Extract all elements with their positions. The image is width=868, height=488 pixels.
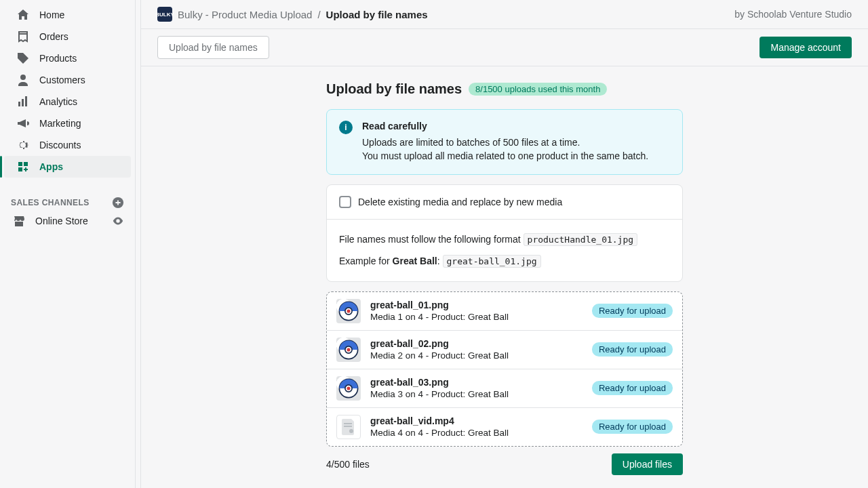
breadcrumb-page: Upload by file names [326, 9, 428, 20]
file-drop-zone[interactable]: great-ball_01.png Media 1 on 4 - Product… [326, 291, 683, 447]
title-row: Upload by file names 8/1500 uploads used… [326, 81, 683, 97]
nav-discounts[interactable]: Discounts [4, 134, 131, 156]
file-row: great-ball_02.png Media 2 on 4 - Product… [327, 330, 682, 369]
nav-home[interactable]: Home [4, 4, 131, 26]
nav-label: Orders [39, 31, 68, 42]
breadcrumb-app[interactable]: Bulky - Product Media Upload [178, 9, 312, 20]
nav-products[interactable]: Products [4, 47, 131, 69]
content: Upload by file names 8/1500 uploads used… [141, 66, 868, 488]
usage-badge: 8/1500 uploads used this month [469, 83, 607, 96]
section-title: SALES CHANNELS [11, 198, 90, 207]
sidebar-gutter [136, 0, 141, 488]
eye-icon[interactable] [112, 215, 124, 227]
nav-label: Discounts [39, 140, 81, 150]
file-name: great-ball_03.png [370, 377, 583, 388]
info-heading: Read carefully [362, 121, 648, 131]
context-button[interactable]: Upload by file names [157, 36, 269, 59]
file-meta: Media 3 on 4 - Product: Great Ball [370, 389, 583, 399]
footer-row: 4/500 files Upload files [326, 453, 683, 475]
store-icon [12, 214, 26, 228]
nav-analytics[interactable]: Analytics [4, 91, 131, 113]
status-badge: Ready for upload [592, 342, 673, 357]
file-name: great-ball_01.png [370, 300, 583, 310]
svg-point-12 [349, 429, 353, 433]
byline: by Schoolab Venture Studio [734, 9, 852, 20]
tag-icon [16, 52, 30, 65]
person-icon [16, 73, 30, 87]
nav-apps[interactable]: Apps [4, 156, 131, 178]
manage-account-button[interactable]: Manage account [760, 37, 852, 58]
home-icon [16, 8, 30, 22]
file-meta: Media 4 on 4 - Product: Great Ball [370, 428, 583, 438]
svg-point-3 [347, 309, 350, 312]
channel-label: Online Store [35, 216, 88, 226]
add-channel-icon[interactable] [112, 197, 124, 209]
info-line1: Uploads are limited to batches of 500 fi… [362, 136, 648, 149]
file-name: great-ball_vid.mp4 [370, 415, 583, 426]
options-card: Delete existing media and replace by new… [326, 184, 683, 282]
status-badge: Ready for upload [592, 420, 673, 434]
apps-icon [16, 160, 30, 174]
file-row: great-ball_01.png Media 1 on 4 - Product… [327, 292, 682, 330]
svg-point-9 [347, 386, 350, 390]
page-title: Upload by file names [326, 81, 462, 97]
info-callout: i Read carefully Uploads are limited to … [326, 109, 683, 175]
orders-icon [16, 30, 30, 43]
sidebar: Home Orders Products Customers Analytics… [0, 0, 136, 488]
subbar: Upload by file names Manage account [141, 29, 868, 66]
nav-label: Customers [39, 75, 85, 85]
info-line2: You must upload all media related to one… [362, 149, 648, 163]
gear-icon [16, 138, 30, 152]
svg-rect-11 [344, 426, 352, 427]
nav-orders[interactable]: Orders [4, 26, 131, 47]
svg-rect-10 [344, 423, 352, 424]
upload-files-button[interactable]: Upload files [612, 453, 683, 475]
svg-point-6 [347, 348, 350, 351]
nav-label: Products [39, 53, 77, 64]
nav-marketing[interactable]: Marketing [4, 113, 131, 134]
sales-channels-header: SALES CHANNELS [0, 197, 135, 209]
replace-media-checkbox[interactable]: Delete existing media and replace by new… [339, 196, 670, 208]
nav-label: Analytics [39, 96, 77, 107]
format-example: Example for Great Ball: great-ball_01.jp… [339, 252, 670, 270]
breadcrumb: BULKY Bulky - Product Media Upload / Upl… [157, 7, 428, 22]
format-instruction: File names must follow the following for… [339, 230, 670, 249]
info-icon: i [339, 121, 353, 134]
image-thumb-icon [336, 376, 361, 401]
channel-online-store[interactable]: Online Store [0, 209, 135, 233]
image-thumb-icon [336, 299, 361, 323]
file-name: great-ball_02.png [370, 338, 583, 349]
file-meta: Media 1 on 4 - Product: Great Ball [370, 312, 583, 322]
nav-label: Home [39, 9, 64, 20]
breadcrumb-sep: / [317, 9, 320, 20]
file-row: great-ball_vid.mp4 Media 4 on 4 - Produc… [327, 407, 682, 446]
image-thumb-icon [336, 338, 361, 362]
main-region: BULKY Bulky - Product Media Upload / Upl… [141, 0, 868, 488]
panel: Upload by file names 8/1500 uploads used… [326, 81, 683, 474]
status-badge: Ready for upload [592, 304, 673, 318]
format-pattern: productHandle_01.jpg [524, 233, 638, 246]
megaphone-icon [16, 117, 30, 130]
format-example-file: great-ball_01.jpg [443, 255, 541, 268]
nav-customers[interactable]: Customers [4, 69, 131, 91]
file-meta: Media 2 on 4 - Product: Great Ball [370, 350, 583, 361]
topbar: BULKY Bulky - Product Media Upload / Upl… [141, 0, 868, 29]
checkbox-icon [339, 196, 351, 208]
nav-label: Marketing [39, 118, 81, 129]
file-row: great-ball_03.png Media 3 on 4 - Product… [327, 369, 682, 407]
checkbox-label: Delete existing media and replace by new… [358, 197, 562, 207]
status-badge: Ready for upload [592, 381, 673, 395]
nav-label: Apps [39, 161, 63, 172]
app-logo-icon: BULKY [157, 7, 172, 22]
file-count: 4/500 files [326, 459, 370, 470]
chart-icon [16, 95, 30, 108]
video-thumb-icon [336, 415, 361, 439]
